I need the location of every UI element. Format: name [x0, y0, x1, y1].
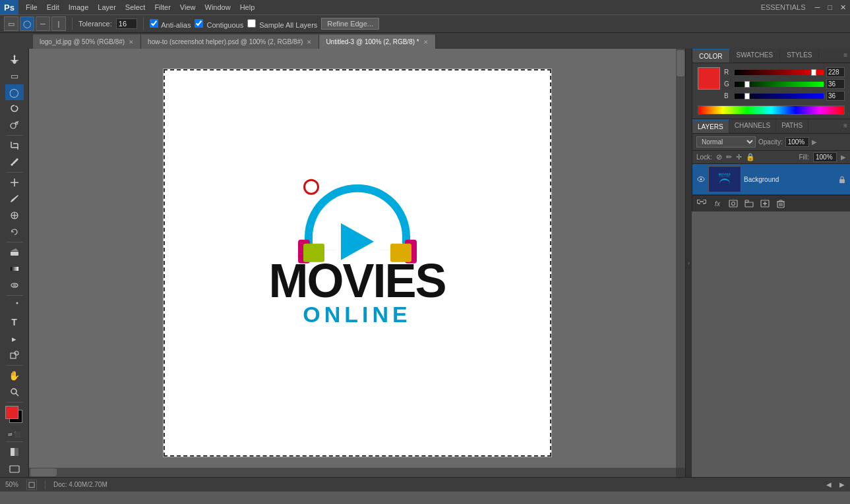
menu-window[interactable]: Window — [200, 2, 235, 13]
tool-move[interactable] — [5, 51, 24, 67]
window-minimize[interactable]: ─ — [811, 3, 824, 11]
tool-ellipse-marquee-option[interactable]: ◯ — [20, 16, 34, 31]
tool-rect-marquee-option[interactable]: ▭ — [4, 16, 18, 31]
tool-clone[interactable] — [5, 208, 24, 223]
tool-zoom[interactable] — [5, 384, 24, 400]
tab-layers[interactable]: LAYERS — [692, 119, 729, 133]
tool-sep-2 — [6, 172, 23, 173]
menu-help[interactable]: Help — [235, 2, 260, 13]
color-panel-content: R G — [692, 63, 850, 119]
g-slider-track[interactable] — [735, 82, 824, 87]
layer-new-icon[interactable] — [760, 198, 770, 209]
tool-screen-mode[interactable] — [5, 461, 24, 477]
r-value-input[interactable] — [826, 67, 845, 77]
menu-file[interactable]: File — [21, 2, 42, 13]
r-slider-track[interactable] — [735, 70, 824, 75]
anti-alias-checkbox[interactable] — [150, 19, 158, 28]
tab-channels[interactable]: CHANNELS — [729, 119, 776, 133]
tool-blur[interactable] — [5, 277, 24, 293]
b-slider-track[interactable] — [735, 94, 824, 99]
window-close[interactable]: ✕ — [836, 3, 850, 12]
tool-col-marquee-option[interactable]: | — [51, 16, 66, 31]
menu-filter[interactable]: Filter — [150, 2, 175, 13]
g-value-input[interactable] — [826, 79, 845, 89]
layer-mask-icon[interactable] — [728, 198, 739, 209]
opacity-input[interactable] — [785, 137, 809, 147]
lock-position-btn[interactable]: ✛ — [736, 153, 742, 161]
lock-all-btn[interactable]: 🔒 — [746, 153, 755, 161]
color-preview-swatch[interactable] — [698, 67, 720, 90]
refine-edge-button[interactable]: Refine Edge... — [321, 18, 379, 30]
tool-eraser[interactable] — [5, 244, 24, 260]
layers-panel-options[interactable]: ≡ — [841, 119, 850, 133]
blend-mode-select[interactable]: Normal Multiply Screen Overlay — [696, 136, 756, 148]
tab-paths[interactable]: PATHS — [776, 119, 808, 133]
tool-row-marquee-option[interactable]: ─ — [36, 16, 50, 31]
layer-delete-icon[interactable] — [775, 198, 786, 209]
tool-quick-mask[interactable] — [5, 444, 24, 460]
lock-pixels-btn[interactable]: ⊘ — [716, 153, 722, 161]
layer-visibility-toggle[interactable] — [696, 175, 706, 184]
tab-swatches[interactable]: SWATCHES — [730, 49, 781, 63]
tool-brush[interactable] — [5, 191, 24, 207]
tab-logo[interactable]: logo_id.jpg @ 50% (RGB/8#) ✕ — [33, 34, 141, 49]
tool-eyedropper[interactable] — [5, 154, 24, 170]
zoom-fit-btn[interactable] — [26, 480, 37, 490]
tab-logo-close[interactable]: ✕ — [129, 39, 134, 45]
layer-link-icon[interactable] — [696, 198, 707, 209]
menu-view[interactable]: View — [175, 2, 200, 13]
tab-logo-label: logo_id.jpg @ 50% (RGB/8#) — [40, 38, 125, 45]
vertical-scrollbar[interactable] — [676, 49, 685, 468]
tool-quick-select[interactable] — [5, 117, 24, 133]
scroll-left-btn[interactable]: ◀ — [826, 481, 832, 488]
default-colors-icon[interactable]: ⬛ — [14, 432, 20, 437]
tab-color[interactable]: COLOR — [692, 49, 730, 63]
color-panel: COLOR SWATCHES STYLES ≡ R — [692, 49, 850, 119]
color-panel-options[interactable]: ≡ — [841, 49, 850, 63]
tool-ellipse-marquee[interactable]: ◯ — [5, 84, 24, 100]
contiguous-checkbox[interactable] — [195, 19, 203, 28]
tool-healing[interactable] — [5, 175, 24, 190]
menu-layer[interactable]: Layer — [93, 2, 121, 13]
tab-howto-close[interactable]: ✕ — [307, 39, 312, 45]
tab-howto[interactable]: how-to (screenshot helper).psd @ 100% (2… — [141, 34, 319, 49]
fill-arrow[interactable]: ▶ — [841, 154, 846, 161]
menu-edit[interactable]: Edit — [42, 2, 64, 13]
menu-select[interactable]: Select — [121, 2, 150, 13]
scroll-right-btn[interactable]: ▶ — [839, 481, 845, 488]
color-spectrum[interactable] — [698, 105, 845, 115]
window-maximize[interactable]: □ — [824, 3, 836, 11]
horizontal-scrollbar[interactable] — [29, 468, 676, 477]
tool-pen[interactable] — [5, 298, 24, 314]
layer-item-background[interactable]: MOVIES ONLINE Background — [692, 164, 850, 195]
g-slider-thumb[interactable] — [744, 81, 750, 88]
tool-path-select[interactable]: ▸ — [5, 331, 24, 347]
lock-image-btn[interactable]: ✏ — [726, 153, 732, 161]
right-panel-collapse[interactable]: › — [685, 49, 692, 477]
tool-shape[interactable] — [5, 347, 24, 363]
tool-crop[interactable] — [5, 138, 24, 154]
tool-gradient[interactable] — [5, 261, 24, 277]
layer-fx-icon[interactable]: fx — [712, 198, 723, 209]
tab-untitled-close[interactable]: ✕ — [423, 39, 429, 45]
tolerance-input[interactable] — [116, 18, 137, 29]
sample-all-checkbox[interactable] — [247, 19, 256, 28]
b-value-input[interactable] — [826, 91, 845, 101]
tool-history[interactable] — [5, 224, 24, 240]
fill-input[interactable] — [813, 152, 837, 162]
b-slider-thumb[interactable] — [744, 93, 750, 99]
foreground-color-swatch[interactable] — [5, 406, 18, 419]
r-slider-thumb[interactable] — [811, 69, 816, 76]
swap-colors-icon[interactable]: ⇄ — [8, 432, 13, 437]
opacity-arrow[interactable]: ▶ — [812, 138, 817, 146]
tool-rect-marquee[interactable]: ▭ — [5, 68, 24, 84]
menu-image[interactable]: Image — [64, 2, 94, 13]
layer-group-icon[interactable] — [744, 198, 754, 209]
svg-point-17 — [13, 284, 16, 287]
tool-hand[interactable]: ✋ — [5, 368, 24, 383]
doc-info: Doc: 4.00M/2.70M — [53, 481, 107, 488]
tool-lasso[interactable] — [5, 101, 24, 117]
tab-styles[interactable]: STYLES — [780, 49, 819, 63]
tab-untitled[interactable]: Untitled-3 @ 100% (2, RGB/8) * ✕ — [319, 34, 435, 49]
tool-text[interactable]: T — [5, 314, 24, 330]
